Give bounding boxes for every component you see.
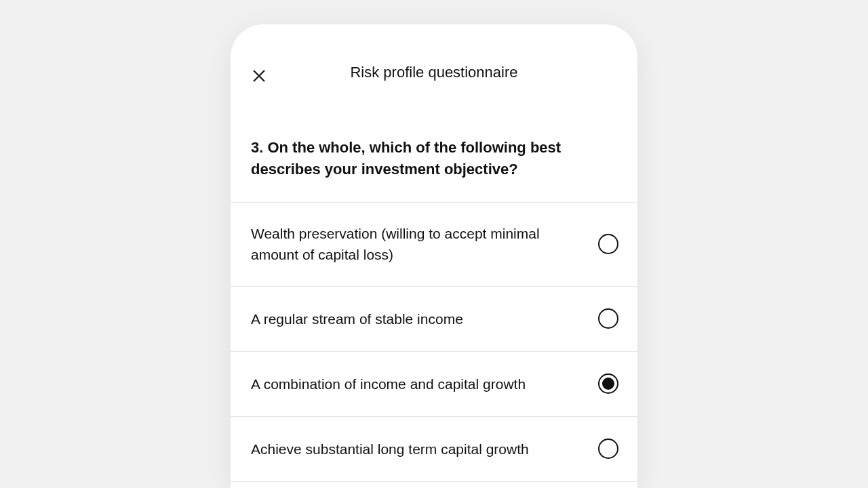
radio-indicator[interactable] [598,439,618,459]
radio-indicator[interactable] [598,234,618,254]
close-icon [251,68,267,84]
question-block: 3. On the whole, which of the following … [231,106,637,203]
question-text: 3. On the whole, which of the following … [251,137,618,180]
questionnaire-panel: Risk profile questionnaire 3. On the who… [231,24,637,488]
option-label: Wealth preservation (willing to accept m… [251,223,598,266]
option-label: A combination of income and capital grow… [251,373,598,395]
option-income-and-growth[interactable]: A combination of income and capital grow… [231,352,637,417]
option-label: Achieve substantial long term capital gr… [251,439,598,460]
close-button[interactable] [250,66,269,85]
option-long-term-growth[interactable]: Achieve substantial long term capital gr… [231,417,637,482]
option-wealth-preservation[interactable]: Wealth preservation (willing to accept m… [231,203,637,287]
option-stable-income[interactable]: A regular stream of stable income [231,287,637,352]
radio-indicator[interactable] [598,373,618,394]
header: Risk profile questionnaire [231,24,637,106]
option-label: A regular stream of stable income [251,308,598,330]
page-title: Risk profile questionnaire [350,64,517,81]
radio-indicator[interactable] [598,308,618,329]
